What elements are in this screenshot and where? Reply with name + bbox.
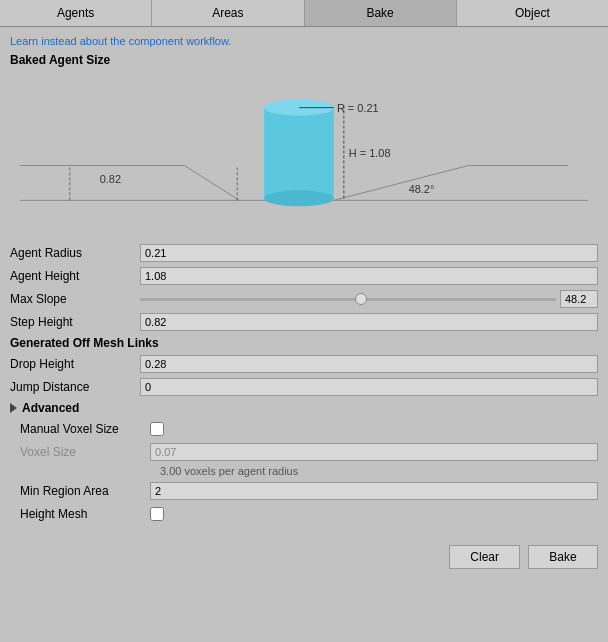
- generated-off-mesh-header: Generated Off Mesh Links: [10, 336, 598, 350]
- min-region-area-input[interactable]: [150, 482, 598, 500]
- agent-diagram-svg: 0.82 R = 0.21 H = 1.08 48.2°: [10, 73, 598, 233]
- svg-line-3: [334, 165, 469, 200]
- min-region-area-label: Min Region Area: [10, 484, 150, 498]
- main-content: Learn instead about the component workfl…: [0, 27, 608, 535]
- bake-button[interactable]: Bake: [528, 545, 598, 569]
- svg-text:48.2°: 48.2°: [409, 183, 435, 195]
- agent-radius-input[interactable]: [140, 244, 598, 262]
- advanced-header[interactable]: Advanced: [10, 401, 598, 415]
- agent-height-row: Agent Height: [10, 266, 598, 286]
- button-row: Clear Bake: [0, 535, 608, 577]
- jump-distance-label: Jump Distance: [10, 380, 140, 394]
- agent-radius-label: Agent Radius: [10, 246, 140, 260]
- manual-voxel-size-checkbox[interactable]: [150, 422, 164, 436]
- voxel-size-input[interactable]: [150, 443, 598, 461]
- tab-areas[interactable]: Areas: [152, 0, 304, 26]
- manual-voxel-size-label: Manual Voxel Size: [10, 422, 150, 436]
- voxel-size-row: Voxel Size: [10, 442, 598, 462]
- drop-height-input[interactable]: [140, 355, 598, 373]
- step-height-input[interactable]: [140, 313, 598, 331]
- svg-text:R = 0.21: R = 0.21: [337, 102, 379, 114]
- svg-rect-8: [264, 106, 334, 201]
- manual-voxel-size-row: Manual Voxel Size: [10, 419, 598, 439]
- component-workflow-link[interactable]: Learn instead about the component workfl…: [10, 35, 598, 47]
- svg-text:0.82: 0.82: [100, 173, 121, 185]
- advanced-content: Manual Voxel Size Voxel Size 3.00 voxels…: [10, 419, 598, 524]
- min-region-area-row: Min Region Area: [10, 481, 598, 501]
- drop-height-label: Drop Height: [10, 357, 140, 371]
- height-mesh-label: Height Mesh: [10, 507, 150, 521]
- advanced-triangle-icon: [10, 403, 17, 413]
- jump-distance-input[interactable]: [140, 378, 598, 396]
- advanced-label: Advanced: [22, 401, 79, 415]
- agent-height-input[interactable]: [140, 267, 598, 285]
- height-mesh-row: Height Mesh: [10, 504, 598, 524]
- tab-object[interactable]: Object: [457, 0, 608, 26]
- drop-height-row: Drop Height: [10, 354, 598, 374]
- step-height-row: Step Height: [10, 312, 598, 332]
- max-slope-value-input[interactable]: [560, 290, 598, 308]
- tab-agents[interactable]: Agents: [0, 0, 152, 26]
- jump-distance-row: Jump Distance: [10, 377, 598, 397]
- agent-height-label: Agent Height: [10, 269, 140, 283]
- svg-line-2: [184, 165, 239, 200]
- step-height-label: Step Height: [10, 315, 140, 329]
- voxel-helper-text: 3.00 voxels per agent radius: [10, 465, 598, 477]
- voxel-size-label: Voxel Size: [10, 445, 150, 459]
- agent-diagram: 0.82 R = 0.21 H = 1.08 48.2°: [10, 73, 598, 233]
- max-slope-slider[interactable]: [140, 298, 556, 301]
- height-mesh-checkbox[interactable]: [150, 507, 164, 521]
- svg-text:H = 1.08: H = 1.08: [349, 147, 391, 159]
- max-slope-row: Max Slope: [10, 289, 598, 309]
- tab-bake[interactable]: Bake: [305, 0, 457, 26]
- max-slope-label: Max Slope: [10, 292, 140, 306]
- max-slope-slider-container: [140, 290, 598, 308]
- clear-button[interactable]: Clear: [449, 545, 520, 569]
- svg-point-10: [264, 190, 334, 206]
- tab-bar: Agents Areas Bake Object: [0, 0, 608, 27]
- baked-agent-size-header: Baked Agent Size: [10, 53, 598, 67]
- agent-radius-row: Agent Radius: [10, 243, 598, 263]
